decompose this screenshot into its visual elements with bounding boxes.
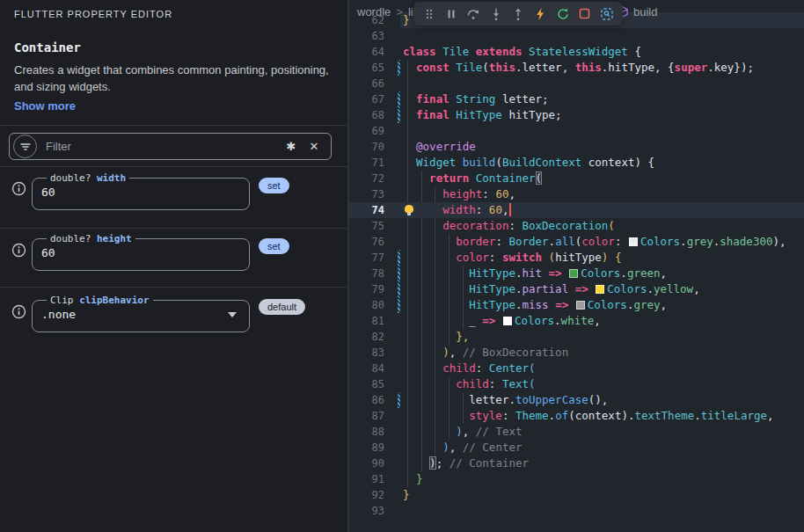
- widget-inspector-icon[interactable]: [598, 5, 616, 23]
- line-number[interactable]: 72: [349, 171, 384, 186]
- divider: [0, 228, 347, 229]
- line-number[interactable]: 83: [349, 345, 384, 361]
- step-over-icon[interactable]: [464, 5, 482, 23]
- code-line-68[interactable]: 68 final HitType hitType;: [349, 107, 804, 123]
- line-number[interactable]: 75: [349, 218, 384, 234]
- line-number[interactable]: 73: [349, 186, 384, 202]
- code-line-91[interactable]: 91 }: [349, 471, 804, 487]
- line-number[interactable]: 63: [349, 28, 384, 44]
- line-number[interactable]: 84: [349, 361, 384, 376]
- info-icon[interactable]: [11, 304, 26, 323]
- code-line-84[interactable]: 84 child: Center(: [349, 361, 804, 376]
- close-icon[interactable]: ✕: [306, 140, 322, 153]
- debug-toolbar: [413, 2, 623, 26]
- code-line-90[interactable]: 90 ); // Container: [349, 455, 804, 471]
- asterisk-icon[interactable]: ✱: [283, 140, 299, 153]
- lightbulb-icon[interactable]: [405, 205, 413, 213]
- code-line-73[interactable]: 73 height: 60,: [349, 186, 804, 202]
- show-more-link[interactable]: Show more: [14, 99, 76, 113]
- code-line-69[interactable]: 69: [349, 123, 804, 139]
- clip-behavior-dropdown[interactable]: .none: [41, 308, 240, 321]
- field-type-label: Clip: [50, 295, 79, 306]
- line-number[interactable]: 88: [349, 424, 384, 440]
- code-line-86[interactable]: 86 letter.toUpperCase(),: [349, 392, 804, 408]
- code-line-72[interactable]: 72 return Container(: [349, 171, 804, 186]
- line-number[interactable]: 86: [349, 392, 384, 408]
- code-line-87[interactable]: 87 style: Theme.of(context).textTheme.ti…: [349, 408, 804, 424]
- hot-reload-icon[interactable]: [531, 5, 549, 23]
- line-number[interactable]: 65: [349, 60, 384, 76]
- line-number[interactable]: 71: [349, 155, 384, 171]
- breadcrumb-file[interactable]: li: [408, 5, 413, 18]
- code-line-70[interactable]: 70 @override: [349, 139, 804, 155]
- line-number[interactable]: 80: [349, 297, 384, 313]
- line-number[interactable]: 78: [349, 266, 384, 281]
- line-number[interactable]: 91: [349, 471, 384, 487]
- code-line-81[interactable]: 81 _ => Colors.white,: [349, 313, 804, 329]
- line-number[interactable]: 79: [349, 281, 384, 297]
- code-line-74[interactable]: 74 width: 60,: [349, 202, 804, 218]
- set-width-button[interactable]: set: [259, 178, 289, 193]
- code-line-93[interactable]: 93: [349, 503, 804, 519]
- set-height-button[interactable]: set: [259, 238, 289, 254]
- code-line-88[interactable]: 88 ), // Text: [349, 424, 804, 440]
- code-line-89[interactable]: 89 ), // Center: [349, 440, 804, 455]
- code-line-78[interactable]: 78 HitType.hit => Colors.green,: [349, 266, 804, 281]
- code-line-67[interactable]: 67 final String letter;: [349, 91, 804, 107]
- line-number[interactable]: 64: [349, 44, 384, 60]
- code-line-76[interactable]: 76 border: Border.all(color: Colors.grey…: [349, 234, 804, 250]
- line-number[interactable]: 81: [349, 313, 384, 329]
- line-number[interactable]: 77: [349, 250, 384, 266]
- line-number[interactable]: 92: [349, 487, 384, 503]
- code-line-85[interactable]: 85 child: Text(: [349, 376, 804, 392]
- filter-input[interactable]: [44, 139, 276, 154]
- field-name-label: height: [97, 233, 132, 244]
- divider: [0, 166, 347, 167]
- line-number[interactable]: 70: [349, 139, 384, 155]
- code-line-75[interactable]: 75 decoration: BoxDecoration(: [349, 218, 804, 234]
- step-out-icon[interactable]: [509, 5, 527, 23]
- line-number[interactable]: 68: [349, 107, 384, 123]
- line-number[interactable]: 66: [349, 76, 384, 91]
- pause-icon[interactable]: [442, 5, 460, 23]
- code-line-83[interactable]: 83 ), // BoxDecoration: [349, 345, 804, 361]
- info-icon[interactable]: [11, 181, 26, 200]
- code-text: Widget build(BuildContext context) {: [400, 155, 804, 171]
- line-number[interactable]: 82: [349, 329, 384, 345]
- breadcrumb-project[interactable]: wordle: [357, 5, 391, 18]
- code-line-71[interactable]: 71 Widget build(BuildContext context) {: [349, 155, 804, 171]
- line-number[interactable]: 69: [349, 123, 384, 139]
- line-number[interactable]: 87: [349, 408, 384, 424]
- info-icon[interactable]: [11, 243, 26, 261]
- line-number[interactable]: 89: [349, 440, 384, 455]
- line-number[interactable]: 67: [349, 91, 384, 107]
- width-input[interactable]: [41, 186, 240, 199]
- drag-handle-icon[interactable]: [420, 5, 438, 23]
- code-text: class Tile extends StatelessWidget {: [400, 44, 804, 60]
- widget-name: Container: [14, 40, 81, 55]
- line-number[interactable]: 93: [349, 503, 384, 519]
- filter-icon[interactable]: [13, 135, 37, 158]
- code-line-65[interactable]: 65 const Tile(this.letter, this.hitType,…: [349, 60, 804, 76]
- code-editor: 62}6364class Tile extends StatelessWidge…: [349, 0, 804, 532]
- code-area: 62}6364class Tile extends StatelessWidge…: [349, 12, 804, 519]
- code-line-79[interactable]: 79 HitType.partial => Colors.yellow,: [349, 281, 804, 297]
- code-line-80[interactable]: 80 HitType.miss => Colors.grey,: [349, 297, 804, 313]
- height-input[interactable]: [41, 246, 240, 259]
- code-line-64[interactable]: 64class Tile extends StatelessWidget {: [349, 44, 804, 60]
- line-number[interactable]: 76: [349, 234, 384, 250]
- code-line-82[interactable]: 82 },: [349, 329, 804, 345]
- hot-restart-icon[interactable]: [554, 5, 572, 23]
- code-line-66[interactable]: 66: [349, 76, 804, 91]
- line-number[interactable]: 74: [349, 202, 384, 218]
- stop-icon[interactable]: [576, 5, 594, 23]
- line-number[interactable]: 90: [349, 455, 384, 471]
- filter-bar: ✱ ✕: [9, 133, 332, 160]
- code-line-77[interactable]: 77 color: switch (hitType) {: [349, 250, 804, 266]
- step-into-icon[interactable]: [487, 5, 505, 23]
- default-clip-button[interactable]: default: [259, 299, 305, 315]
- code-text: HitType.partial => Colors.yellow,: [400, 281, 804, 297]
- line-number[interactable]: 85: [349, 376, 384, 392]
- code-line-63[interactable]: 63: [349, 28, 804, 44]
- code-line-92[interactable]: 92}: [349, 487, 804, 503]
